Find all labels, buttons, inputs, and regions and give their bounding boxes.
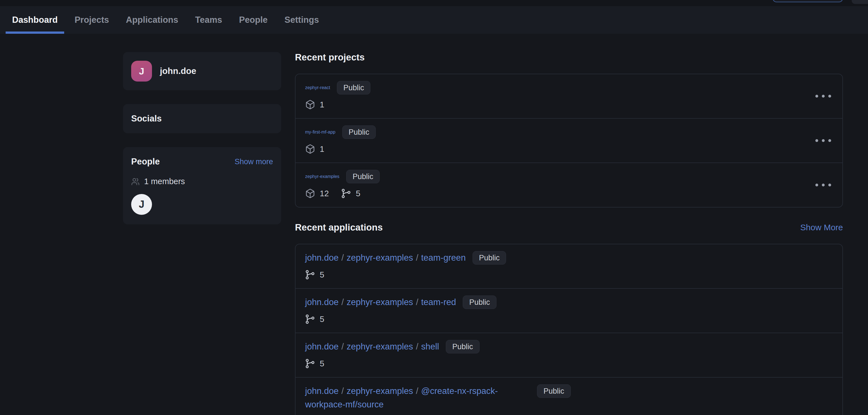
application-path-link[interactable]: john.doe	[305, 253, 339, 263]
box-icon	[305, 144, 315, 154]
application-path-link[interactable]: shell	[421, 342, 439, 351]
nav-tab-people[interactable]: People	[232, 6, 274, 34]
visibility-badge: Public	[337, 81, 371, 95]
visibility-badge: Public	[342, 126, 376, 139]
row-menu-button[interactable]	[812, 92, 834, 100]
nav-tab-label: Projects	[74, 15, 109, 25]
project-link[interactable]: zephyr-examples	[305, 174, 339, 179]
git-branch-icon	[305, 314, 315, 324]
application-path: john.doe/zephyr-examples/@create-nx-rspa…	[305, 384, 530, 411]
branches-value: 5	[356, 189, 360, 198]
git-branch-icon	[341, 188, 351, 199]
application-path: john.doe/zephyr-examples/team-red	[305, 296, 456, 309]
project-row: zephyr-react Public 1	[296, 74, 842, 118]
branches-value: 5	[320, 270, 324, 279]
deployments-value: 12	[320, 189, 329, 198]
socials-title: Socials	[131, 113, 273, 124]
recent-projects-title: Recent projects	[295, 52, 843, 63]
user-avatar-initial: J	[139, 66, 144, 77]
applications-show-more-link[interactable]: Show More	[800, 223, 843, 232]
application-row: john.doe/zephyr-examples/shell Public 5	[296, 333, 842, 377]
application-path-link[interactable]: zephyr-examples	[347, 253, 413, 263]
application-path-link[interactable]: john.doe	[305, 386, 339, 396]
branches-value: 5	[320, 315, 324, 324]
row-menu-button[interactable]	[812, 136, 834, 145]
box-icon	[305, 188, 315, 199]
branches-count: 5	[305, 358, 324, 369]
application-path-link[interactable]: john.doe	[305, 297, 339, 307]
path-separator: /	[416, 297, 418, 307]
ellipsis-icon	[815, 139, 818, 142]
page-content: J john.doe Socials People Show more 1 me…	[0, 34, 868, 415]
user-card[interactable]: J john.doe	[123, 52, 281, 90]
deployments-count: 12	[305, 188, 329, 199]
search-bar-cutoff[interactable]	[773, 0, 843, 2]
path-separator: /	[341, 386, 344, 396]
application-path-link[interactable]: zephyr-examples	[347, 297, 413, 307]
visibility-badge: Public	[346, 170, 380, 183]
deployments-value: 1	[320, 144, 324, 154]
sidebar: J john.doe Socials People Show more 1 me…	[123, 52, 281, 415]
user-name: john.doe	[160, 66, 196, 76]
project-row: zephyr-examples Public 12 5	[296, 163, 842, 207]
path-separator: /	[416, 253, 418, 263]
member-avatar-initial: J	[139, 199, 144, 210]
application-row: john.doe/zephyr-examples/@create-nx-rspa…	[296, 377, 842, 415]
ellipsis-icon	[815, 183, 818, 186]
socials-card: Socials	[123, 104, 281, 133]
branches-value: 5	[320, 359, 324, 368]
nav-tab-label: Dashboard	[12, 15, 58, 25]
application-path-link[interactable]: zephyr-examples	[347, 386, 413, 396]
main-nav: Dashboard Projects Applications Teams Pe…	[0, 6, 868, 34]
project-link[interactable]: my-first-mf-app	[305, 130, 336, 135]
branches-count: 5	[305, 314, 324, 324]
visibility-badge: Public	[537, 384, 571, 398]
application-row: john.doe/zephyr-examples/team-red Public…	[296, 288, 842, 333]
main-column: Recent projects zephyr-react Public 1 my…	[295, 52, 843, 415]
application-path: john.doe/zephyr-examples/team-green	[305, 251, 466, 265]
project-row: my-first-mf-app Public 1	[296, 118, 842, 163]
nav-tab-settings[interactable]: Settings	[278, 6, 326, 34]
application-path-link[interactable]: zephyr-examples	[347, 342, 413, 351]
visibility-badge: Public	[463, 296, 496, 309]
users-icon	[131, 177, 140, 186]
deployments-count: 1	[305, 144, 324, 154]
deployments-count: 1	[305, 100, 324, 110]
visibility-badge: Public	[446, 340, 479, 353]
git-branch-icon	[305, 358, 315, 369]
box-icon	[305, 100, 315, 110]
members-count-label: 1 members	[144, 177, 185, 186]
nav-tab-label: People	[239, 15, 268, 25]
nav-tab-label: Applications	[126, 15, 178, 25]
visibility-badge: Public	[472, 251, 506, 265]
recent-projects-list: zephyr-react Public 1 my-first-mf-app Pu…	[295, 74, 843, 207]
people-title: People	[131, 157, 160, 167]
topbar	[0, 0, 868, 6]
member-avatar[interactable]: J	[131, 194, 152, 215]
path-separator: /	[341, 253, 344, 263]
nav-tab-projects[interactable]: Projects	[68, 6, 115, 34]
nav-tab-teams[interactable]: Teams	[189, 6, 228, 34]
path-separator: /	[416, 386, 418, 396]
path-separator: /	[416, 342, 418, 351]
recent-applications-list: john.doe/zephyr-examples/team-green Publ…	[295, 244, 843, 415]
recent-applications-title: Recent applications	[295, 222, 383, 233]
people-show-more-link[interactable]: Show more	[235, 158, 273, 166]
active-tab-underline	[6, 32, 64, 34]
ellipsis-icon	[815, 95, 818, 98]
profile-button-cutoff[interactable]	[852, 0, 868, 4]
nav-tab-applications[interactable]: Applications	[119, 6, 185, 34]
row-menu-button[interactable]	[812, 181, 834, 189]
project-link[interactable]: zephyr-react	[305, 85, 330, 90]
application-path-link[interactable]: team-green	[421, 253, 466, 263]
nav-tab-label: Teams	[195, 15, 222, 25]
nav-tab-dashboard[interactable]: Dashboard	[6, 6, 64, 34]
deployments-value: 1	[320, 100, 324, 109]
application-path-link[interactable]: john.doe	[305, 342, 339, 351]
nav-tab-label: Settings	[284, 15, 319, 25]
branches-count: 5	[341, 188, 360, 199]
git-branch-icon	[305, 270, 315, 280]
application-row: john.doe/zephyr-examples/team-green Publ…	[296, 244, 842, 288]
branches-count: 5	[305, 270, 324, 280]
application-path-link[interactable]: team-red	[421, 297, 456, 307]
